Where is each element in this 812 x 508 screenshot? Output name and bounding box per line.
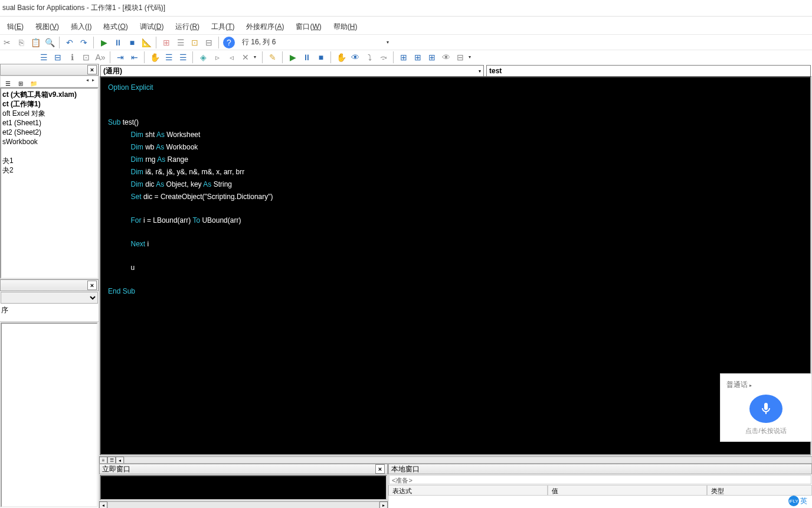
menu-tools[interactable]: 工具(T) [205, 19, 240, 34]
comment-icon[interactable]: ☰ [163, 51, 175, 63]
run-icon[interactable]: ▶ [98, 37, 110, 48]
paste-icon[interactable]: 📋 [30, 37, 41, 48]
code-dropdowns: (通用) ▾ test [99, 64, 812, 76]
procedure-dropdown[interactable]: test [486, 65, 811, 77]
object-dropdown[interactable]: (通用) ▾ [100, 65, 484, 77]
properties-pane: × 序 [0, 279, 99, 321]
left-pane: × ☰ ⊞ 📁 ◂ ▸ ct (大鹤工具箱v9.xlam) ct (工作簿1) … [0, 64, 99, 508]
project-node[interactable]: ct (大鹤工具箱v9.xlam) [2, 90, 96, 99]
title-bar: sual Basic for Applications - 工作簿1 - [模块… [0, 0, 812, 17]
project-node[interactable]: ct (工作簿1) [2, 99, 96, 109]
separator [144, 51, 145, 63]
immediate-scrollbar[interactable] [107, 502, 379, 508]
properties-close-icon[interactable]: × [87, 281, 97, 290]
complete-word-icon[interactable]: A» [94, 51, 106, 63]
workbook-node[interactable]: sWorkbook [2, 137, 96, 146]
position-indicator: 行 16, 列 6 [237, 37, 276, 47]
menu-help[interactable]: 帮助(H) [328, 19, 364, 34]
immediate-input[interactable] [100, 475, 387, 500]
toolbar-overflow[interactable]: ▾ [387, 40, 391, 45]
ifly-icon[interactable]: iFLY [788, 496, 799, 506]
ime-mode-text[interactable]: 英 [800, 496, 807, 506]
toolbar-standard: ✂ ⎘ 📋 🔍 ↶ ↷ ▶ ⏸ ■ 📐 ⊞ ☰ ⊡ ⊟ ? 行 16, 列 6 … [0, 34, 812, 50]
separator [192, 51, 194, 63]
scroll-right-icon[interactable]: ▸ [379, 502, 388, 508]
project-scroll[interactable]: ▸ [92, 77, 97, 86]
ime-language-label[interactable]: 普通话 ▸ [726, 380, 752, 390]
module-node[interactable]: 夬2 [2, 165, 96, 175]
toolbar3-overflow[interactable]: ▾ [469, 54, 473, 60]
step-over-icon[interactable]: ⤼ [378, 51, 389, 63]
copy-icon[interactable]: ⎘ [15, 37, 27, 48]
object-browser-icon[interactable]: ⊡ [189, 37, 201, 48]
pause-icon[interactable]: ⏸ [112, 37, 124, 48]
module-node[interactable]: 夬1 [2, 156, 96, 165]
menu-addins[interactable]: 外接程序(A) [240, 19, 290, 34]
parameter-info-icon[interactable]: ⊡ [80, 51, 92, 63]
list-properties-icon[interactable]: ☰ [38, 51, 50, 63]
toolbar-edit: ☰ ⊟ ℹ ⊡ A» ⇥ ⇤ ✋ ☰ ☰ ◈ ▹ ◃ ✕ ▾ ✎ ▶ ⏸ ■ ✋… [0, 50, 812, 64]
hand-icon[interactable]: ✋ [335, 51, 347, 63]
project-close-icon[interactable]: × [87, 65, 97, 74]
folder-node[interactable]: oft Excel 对象 [2, 109, 96, 118]
menu-view[interactable]: 视图(V) [30, 19, 65, 34]
scroll-left-icon[interactable]: ◂ [99, 502, 107, 508]
sheet-node[interactable]: et2 (Sheet2) [2, 128, 96, 137]
toolbar2-overflow[interactable]: ▾ [254, 54, 258, 60]
watch-icon[interactable]: 👁 [349, 51, 361, 63]
prev-bookmark-icon[interactable]: ◃ [225, 51, 237, 63]
breakpoint-icon[interactable]: ✋ [149, 51, 161, 63]
pause2-icon[interactable]: ⏸ [301, 51, 313, 63]
project-tree[interactable]: ct (大鹤工具箱v9.xlam) ct (工作簿1) oft Excel 对象… [0, 87, 99, 279]
immediate-close-icon[interactable]: × [375, 464, 385, 474]
menu-format[interactable]: 格式(O) [97, 19, 133, 34]
quickwatch-icon[interactable]: 👁 [440, 51, 452, 63]
sheet-node[interactable]: et1 (Sheet1) [2, 118, 96, 128]
separator [110, 51, 111, 63]
locals-ready-text: <准备> [389, 475, 811, 484]
run2-icon[interactable]: ▶ [287, 51, 299, 63]
stop2-icon[interactable]: ■ [315, 51, 327, 63]
locals-title: 本地窗口 [391, 464, 420, 474]
redo-icon[interactable]: ↷ [78, 37, 90, 48]
menu-run[interactable]: 运行(R) [169, 19, 205, 34]
help-icon[interactable]: ? [223, 37, 235, 48]
code-editor[interactable]: Option Explicit Sub test() Dim sht As Wo… [100, 76, 811, 455]
immediate-icon[interactable]: ⊞ [412, 51, 424, 63]
find-icon[interactable]: 🔍 [44, 37, 55, 48]
callstack-icon[interactable]: ⊟ [454, 51, 466, 63]
separator [393, 51, 394, 63]
stop-icon[interactable]: ■ [126, 37, 138, 48]
next-bookmark-icon[interactable]: ▹ [211, 51, 223, 63]
properties-select[interactable] [1, 292, 98, 304]
list-constants-icon[interactable]: ⊟ [52, 51, 64, 63]
quick-info-icon[interactable]: ℹ [66, 51, 78, 63]
debug-icon-1[interactable]: ✎ [267, 51, 279, 63]
undo-icon[interactable]: ↶ [64, 37, 76, 48]
watch-window-icon[interactable]: ⊞ [426, 51, 438, 63]
bookmark-icon[interactable]: ◈ [197, 51, 209, 63]
menu-insert[interactable]: 插入(I) [65, 19, 97, 34]
menu-edit[interactable]: 辑(E) [1, 19, 30, 34]
outdent-icon[interactable]: ⇤ [129, 51, 140, 63]
step-into-icon[interactable]: ⤵ [364, 51, 375, 63]
project-scroll[interactable]: ◂ [86, 77, 91, 86]
col-value[interactable]: 值 [548, 485, 707, 496]
toolbox-icon[interactable]: ⊟ [203, 37, 215, 48]
project-icon[interactable]: ⊞ [161, 37, 172, 48]
immediate-title: 立即窗口 [102, 464, 130, 474]
clear-bookmarks-icon[interactable]: ✕ [240, 51, 251, 63]
menu-debug[interactable]: 调试(D) [134, 19, 170, 34]
cut-icon[interactable]: ✂ [1, 37, 13, 48]
indent-icon[interactable]: ⇥ [114, 51, 126, 63]
design-icon[interactable]: 📐 [140, 37, 152, 48]
locals-icon[interactable]: ⊞ [398, 51, 410, 63]
project-pane-header: × [0, 64, 99, 76]
menu-window[interactable]: 窗口(W) [290, 19, 327, 34]
col-expression[interactable]: 表达式 [388, 485, 548, 496]
properties-icon[interactable]: ☰ [175, 37, 186, 48]
microphone-icon[interactable] [749, 395, 782, 423]
ime-voice-panel[interactable]: 普通话 ▸ 点击/长按说话 [720, 373, 812, 442]
uncomment-icon[interactable]: ☰ [177, 51, 189, 63]
locals-title-bar: 本地窗口 [388, 464, 812, 474]
